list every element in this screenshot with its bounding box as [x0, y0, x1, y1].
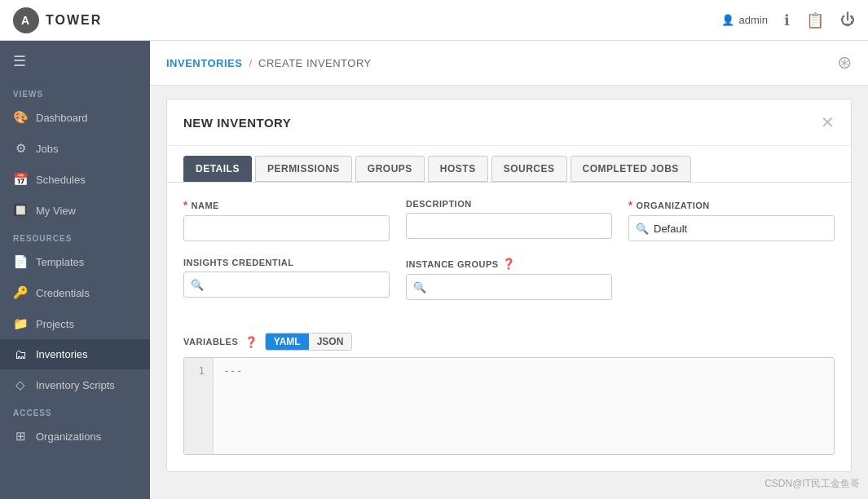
jobs-icon: ⚙	[13, 141, 28, 156]
organization-label: * ORGANIZATION	[628, 199, 835, 211]
sidebar-label-inventory-scripts: Inventory Scripts	[36, 379, 115, 391]
name-label: * NAME	[183, 199, 390, 211]
instance-groups-search-field[interactable]: 🔍	[406, 274, 612, 300]
dashboard-icon: 🎨	[13, 110, 28, 125]
form-body: * NAME DESCRIPTION	[167, 183, 851, 333]
sidebar-item-my-view[interactable]: 🔲 My View	[0, 195, 150, 226]
sidebar: ☰ VIEWS 🎨 Dashboard ⚙ Jobs 📅 Schedules 🔲…	[0, 41, 150, 499]
tab-permissions[interactable]: PERMISSIONS	[255, 156, 352, 182]
breadcrumb-separator: /	[249, 57, 252, 69]
field-description: DESCRIPTION	[406, 199, 612, 241]
name-input[interactable]	[183, 215, 390, 241]
card-header: NEW INVENTORY ✕	[167, 99, 851, 146]
name-required-star: *	[183, 199, 188, 211]
main-layout: ☰ VIEWS 🎨 Dashboard ⚙ Jobs 📅 Schedules 🔲…	[0, 41, 868, 499]
logo-circle: A	[13, 7, 39, 33]
sidebar-section-views: VIEWS	[0, 82, 150, 102]
variables-label-row: VARIABLES ❓ YAML JSON	[183, 333, 835, 351]
code-content[interactable]: ---	[214, 358, 834, 454]
insights-search-field[interactable]: 🔍	[183, 272, 390, 298]
user-menu[interactable]: 👤 admin	[721, 14, 768, 26]
instance-groups-help-icon[interactable]: ❓	[502, 258, 516, 270]
sidebar-section-resources: RESOURCES	[0, 226, 150, 246]
sidebar-label-schedules: Schedules	[36, 174, 86, 186]
inventory-scripts-icon: ◇	[13, 378, 28, 392]
sidebar-label-projects: Projects	[36, 318, 74, 330]
sidebar-label-dashboard: Dashboard	[36, 112, 88, 124]
sidebar-label-organizations: Organizations	[36, 431, 101, 443]
card-title: NEW INVENTORY	[183, 116, 291, 130]
organizations-icon: ⊞	[13, 429, 28, 444]
organization-input[interactable]	[654, 223, 827, 235]
field-organization: * ORGANIZATION 🔍	[628, 199, 835, 241]
templates-icon: 📄	[13, 254, 28, 269]
main-content: INVENTORIES / CREATE INVENTORY ⊛ NEW INV…	[150, 41, 868, 499]
card-close-button[interactable]: ✕	[821, 113, 835, 132]
breadcrumb-inventories-link[interactable]: INVENTORIES	[166, 57, 242, 69]
top-navigation: A TOWER 👤 admin ℹ 📋 ⏻	[0, 0, 868, 41]
line-numbers: 1	[184, 358, 214, 454]
instance-groups-search-icon: 🔍	[413, 281, 426, 294]
sidebar-section-access: ACCESS	[0, 400, 150, 421]
username-label: admin	[739, 14, 768, 26]
card-container: NEW INVENTORY ✕ DETAILS PERMISSIONS GROU…	[150, 86, 868, 499]
description-input[interactable]	[406, 213, 612, 239]
sidebar-item-dashboard[interactable]: 🎨 Dashboard	[0, 102, 150, 133]
power-icon[interactable]: ⏻	[840, 11, 855, 29]
instance-groups-label: INSTANCE GROUPS ❓	[406, 258, 612, 270]
variables-section: VARIABLES ❓ YAML JSON 1 ---	[167, 333, 851, 471]
app-name: TOWER	[46, 13, 102, 28]
organization-search-field[interactable]: 🔍	[628, 215, 835, 241]
tab-completed-jobs[interactable]: COMPLETED JOBS	[571, 156, 691, 182]
sidebar-item-projects[interactable]: 📁 Projects	[0, 308, 150, 339]
hamburger-button[interactable]: ☰	[0, 41, 150, 82]
user-icon: 👤	[721, 14, 734, 26]
instance-groups-input[interactable]	[431, 281, 605, 294]
tab-sources[interactable]: SOURCES	[491, 156, 567, 182]
sidebar-item-inventories[interactable]: 🗂 Inventories	[0, 339, 150, 369]
field-name: * NAME	[183, 199, 390, 241]
topnav-right-area: 👤 admin ℹ 📋 ⏻	[721, 11, 855, 29]
sidebar-item-organizations[interactable]: ⊞ Organizations	[0, 421, 150, 452]
sidebar-label-credentials: Credentials	[36, 287, 90, 299]
myview-icon: 🔲	[13, 203, 28, 218]
yaml-json-toggle: YAML JSON	[265, 333, 353, 351]
form-row-2: INSIGHTS CREDENTIAL 🔍 INSTANCE GROUPS ❓	[183, 258, 835, 300]
breadcrumb: INVENTORIES / CREATE INVENTORY ⊛	[150, 41, 868, 86]
insights-input[interactable]	[209, 279, 382, 291]
app-logo[interactable]: A TOWER	[13, 7, 102, 33]
schedules-icon: 📅	[13, 172, 28, 187]
docs-icon[interactable]: 📋	[806, 11, 824, 29]
sidebar-item-jobs[interactable]: ⚙ Jobs	[0, 133, 150, 164]
field-instance-groups: INSTANCE GROUPS ❓ 🔍	[406, 258, 612, 300]
org-search-icon: 🔍	[636, 223, 649, 235]
org-required-star: *	[628, 199, 633, 211]
inventory-tabs: DETAILS PERMISSIONS GROUPS HOSTS SOURCES	[167, 146, 851, 183]
yaml-toggle-button[interactable]: YAML	[266, 333, 309, 350]
projects-icon: 📁	[13, 316, 28, 331]
new-inventory-card: NEW INVENTORY ✕ DETAILS PERMISSIONS GROU…	[166, 99, 852, 472]
sidebar-item-credentials[interactable]: 🔑 Credentials	[0, 277, 150, 308]
breadcrumb-current: CREATE INVENTORY	[258, 57, 372, 69]
tower-brand-icon: ⊛	[837, 52, 852, 73]
variables-help-icon[interactable]: ❓	[245, 336, 258, 348]
form-row-1: * NAME DESCRIPTION	[183, 199, 835, 241]
tab-groups[interactable]: GROUPS	[355, 156, 425, 182]
tab-details[interactable]: DETAILS	[183, 156, 252, 182]
info-icon[interactable]: ℹ	[784, 11, 790, 29]
sidebar-item-templates[interactable]: 📄 Templates	[0, 246, 150, 277]
sidebar-label-inventories: Inventories	[36, 348, 88, 360]
sidebar-label-jobs: Jobs	[36, 143, 58, 155]
sidebar-item-inventory-scripts[interactable]: ◇ Inventory Scripts	[0, 369, 150, 400]
inventories-icon: 🗂	[13, 347, 28, 361]
tab-hosts[interactable]: HOSTS	[428, 156, 488, 182]
sidebar-label-templates: Templates	[36, 256, 84, 268]
json-toggle-button[interactable]: JSON	[309, 333, 352, 350]
sidebar-label-myview: My View	[36, 205, 76, 217]
insights-label: INSIGHTS CREDENTIAL	[183, 258, 390, 267]
field-insights-credential: INSIGHTS CREDENTIAL 🔍	[183, 258, 390, 300]
description-label: DESCRIPTION	[406, 199, 612, 209]
variables-editor[interactable]: 1 ---	[183, 357, 835, 455]
insights-search-icon: 🔍	[191, 279, 204, 291]
sidebar-item-schedules[interactable]: 📅 Schedules	[0, 164, 150, 195]
